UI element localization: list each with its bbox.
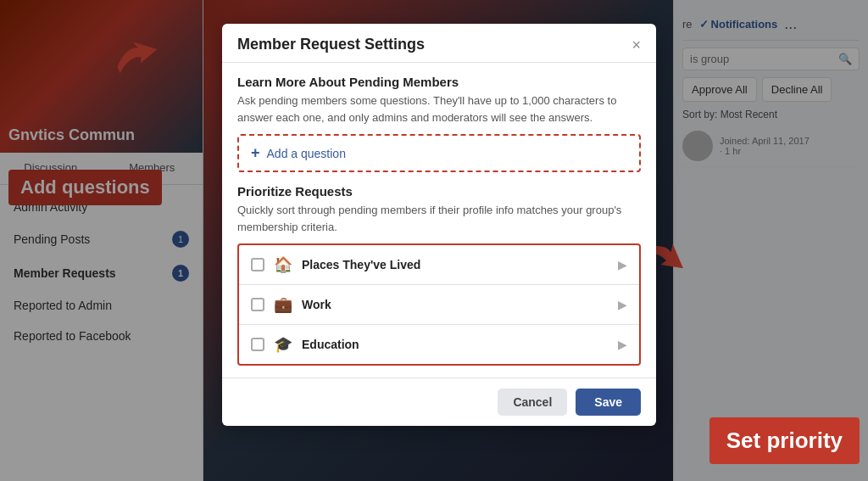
add-question-text: Add a question bbox=[267, 147, 346, 160]
cancel-button[interactable]: Cancel bbox=[498, 389, 567, 416]
home-icon: 🏠 bbox=[273, 255, 293, 274]
close-button[interactable]: × bbox=[632, 37, 641, 53]
places-checkbox[interactable] bbox=[251, 258, 264, 271]
work-chevron-icon: ▶ bbox=[618, 298, 627, 311]
prioritize-item-education[interactable]: 🎓 Education ▶ bbox=[239, 325, 639, 364]
modal-body: Learn More About Pending Members Ask pen… bbox=[222, 63, 656, 378]
learn-section-desc: Ask pending members some questions. They… bbox=[237, 92, 641, 126]
prioritize-items-box: 🏠 Places They've Lived ▶ 💼 Work ▶ 🎓 Educ… bbox=[237, 243, 641, 366]
education-chevron-icon: ▶ bbox=[618, 338, 627, 351]
places-chevron-icon: ▶ bbox=[618, 258, 627, 271]
prioritize-desc: Quickly sort through pending members if … bbox=[237, 202, 641, 235]
briefcase-icon: 💼 bbox=[273, 295, 293, 314]
save-button[interactable]: Save bbox=[576, 389, 641, 416]
places-label: Places They've Lived bbox=[302, 258, 609, 271]
member-request-settings-modal: Member Request Settings × Learn More Abo… bbox=[222, 24, 656, 426]
add-question-box[interactable]: + Add a question bbox=[237, 134, 641, 172]
prioritize-item-work[interactable]: 💼 Work ▶ bbox=[239, 285, 639, 325]
modal-title: Member Request Settings bbox=[237, 36, 425, 53]
set-priority-label: Set priority bbox=[709, 417, 860, 464]
prioritize-section: Prioritize Requests Quickly sort through… bbox=[237, 184, 641, 366]
modal-footer: Cancel Save bbox=[222, 378, 656, 426]
education-label: Education bbox=[302, 338, 609, 351]
modal-header: Member Request Settings × bbox=[222, 24, 656, 63]
education-checkbox[interactable] bbox=[251, 338, 264, 351]
plus-icon: + bbox=[251, 144, 260, 162]
prioritize-title: Prioritize Requests bbox=[237, 184, 641, 199]
graduation-icon: 🎓 bbox=[273, 335, 293, 354]
learn-section: Learn More About Pending Members Ask pen… bbox=[237, 75, 641, 126]
work-checkbox[interactable] bbox=[251, 298, 264, 311]
work-label: Work bbox=[302, 298, 609, 311]
learn-section-title: Learn More About Pending Members bbox=[237, 75, 641, 89]
prioritize-item-places[interactable]: 🏠 Places They've Lived ▶ bbox=[239, 245, 639, 285]
